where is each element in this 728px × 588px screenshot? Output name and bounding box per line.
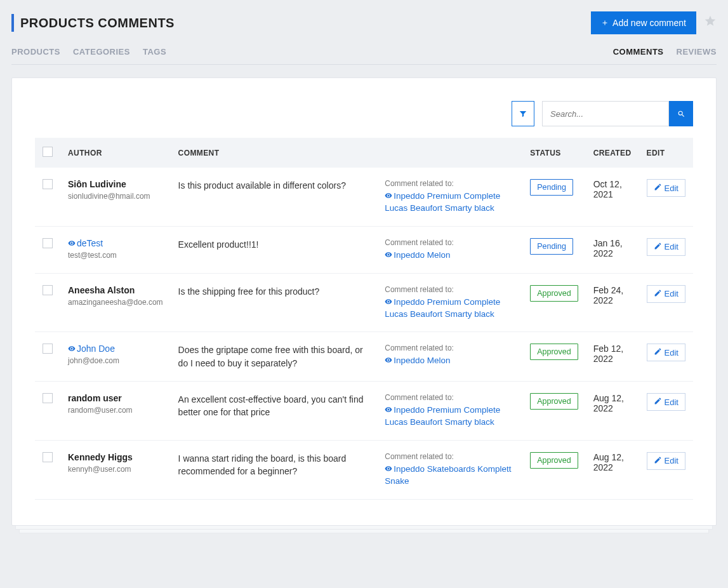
author-name[interactable]: John Doe xyxy=(68,344,163,354)
pencil-icon xyxy=(654,347,662,357)
col-related xyxy=(377,138,522,168)
author-name: random user xyxy=(68,393,163,403)
pencil-icon xyxy=(654,456,662,466)
related-link[interactable]: Inpeddo Melon xyxy=(385,355,515,367)
author-name[interactable]: deTest xyxy=(68,238,163,248)
pencil-icon xyxy=(654,242,662,252)
select-all-checkbox[interactable] xyxy=(43,147,53,157)
status-badge: Approved xyxy=(530,344,578,360)
status-badge: Approved xyxy=(530,393,578,410)
row-checkbox[interactable] xyxy=(43,285,53,295)
pencil-icon xyxy=(654,183,662,193)
tab-tags[interactable]: TAGS xyxy=(143,42,166,64)
add-comment-button[interactable]: Add new comment xyxy=(591,11,696,34)
tab-reviews[interactable]: REVIEWS xyxy=(677,42,717,64)
filter-button[interactable] xyxy=(512,101,534,126)
created-date: Feb 24,2022 xyxy=(586,273,639,332)
pencil-icon xyxy=(654,289,662,299)
related-link[interactable]: Inpeddo Premium Complete Lucas Beaufort … xyxy=(385,190,515,215)
edit-label: Edit xyxy=(665,289,678,298)
author-name: Siôn Ludivine xyxy=(68,179,163,189)
status-badge: Approved xyxy=(530,285,578,302)
add-comment-label: Add new comment xyxy=(612,18,686,28)
edit-label: Edit xyxy=(665,184,678,193)
related-link[interactable]: Inpeddo Skateboards Komplett Snake xyxy=(385,464,515,488)
row-checkbox[interactable] xyxy=(43,452,53,462)
tab-comments[interactable]: COMMENTS xyxy=(613,42,664,64)
table-row: John Doejohn@doe.comDoes the griptape co… xyxy=(35,332,693,382)
author-name: Aneesha Alston xyxy=(68,285,163,295)
status-badge: Pending xyxy=(530,179,573,196)
star-icon[interactable] xyxy=(704,15,717,31)
col-edit: EDIT xyxy=(639,138,693,168)
related-label: Comment related to: xyxy=(385,179,515,188)
author-email: amazinganeesha@doe.com xyxy=(68,298,163,307)
comment-text: Is this product available in different c… xyxy=(178,179,370,192)
edit-button[interactable]: Edit xyxy=(647,179,685,197)
author-email: sionludivine@hmail.com xyxy=(68,192,163,201)
edit-button[interactable]: Edit xyxy=(647,393,685,411)
eye-icon xyxy=(385,192,392,201)
table-row: deTesttest@test.comExcellent product!!1!… xyxy=(35,226,693,273)
created-date: Jan 16,2022 xyxy=(586,226,639,273)
col-status: STATUS xyxy=(522,138,586,168)
comment-text: I wanna start riding the board, is this … xyxy=(178,452,370,478)
table-row: Aneesha Alstonamazinganeesha@doe.comIs t… xyxy=(35,273,693,332)
edit-label: Edit xyxy=(665,456,678,465)
status-badge: Approved xyxy=(530,452,578,469)
edit-label: Edit xyxy=(665,398,678,407)
row-checkbox[interactable] xyxy=(43,393,53,403)
eye-icon xyxy=(385,356,392,365)
author-email: test@test.com xyxy=(68,251,163,260)
tab-products[interactable]: PRODUCTS xyxy=(11,42,60,64)
comment-text: Excellent product!!1! xyxy=(178,238,370,251)
row-checkbox[interactable] xyxy=(43,344,53,354)
eye-icon xyxy=(68,239,76,248)
eye-icon xyxy=(385,298,392,307)
title-accent-bar xyxy=(11,14,14,32)
comment-text: Is the shipping free for this product? xyxy=(178,285,370,298)
plus-icon xyxy=(601,19,609,27)
related-label: Comment related to: xyxy=(385,238,515,247)
author-name: Kennedy Higgs xyxy=(68,452,163,462)
related-label: Comment related to: xyxy=(385,344,515,352)
edit-button[interactable]: Edit xyxy=(647,285,685,303)
created-date: Feb 12,2022 xyxy=(586,332,639,382)
author-email: random@user.com xyxy=(68,406,163,415)
row-checkbox[interactable] xyxy=(43,238,53,248)
comment-text: An excellent cost-effective board, you c… xyxy=(178,393,370,419)
tab-categories[interactable]: CATEGORIES xyxy=(73,42,130,64)
related-label: Comment related to: xyxy=(385,452,515,461)
author-email: john@doe.com xyxy=(68,356,163,365)
author-email: kennyh@user.com xyxy=(68,465,163,474)
eye-icon xyxy=(385,406,392,415)
status-badge: Pending xyxy=(530,238,573,255)
edit-label: Edit xyxy=(665,242,678,251)
edit-button[interactable]: Edit xyxy=(647,238,685,256)
created-date: Aug 12,2022 xyxy=(586,382,639,441)
row-checkbox[interactable] xyxy=(43,179,53,189)
page-title: PRODUCTS COMMENTS xyxy=(20,16,175,30)
filter-icon xyxy=(519,109,527,118)
edit-button[interactable]: Edit xyxy=(647,344,685,361)
search-icon xyxy=(677,110,685,118)
col-created: CREATED xyxy=(586,138,639,168)
eye-icon xyxy=(68,345,76,354)
edit-button[interactable]: Edit xyxy=(647,452,685,470)
eye-icon xyxy=(385,465,392,474)
created-date: Oct 12,2021 xyxy=(586,168,639,226)
search-input[interactable] xyxy=(542,101,669,126)
related-label: Comment related to: xyxy=(385,393,515,402)
related-link[interactable]: Inpeddo Premium Complete Lucas Beaufort … xyxy=(385,404,515,429)
search-button[interactable] xyxy=(669,101,693,126)
created-date: Aug 12,2022 xyxy=(586,440,639,499)
table-row: Kennedy Higgskennyh@user.comI wanna star… xyxy=(35,440,693,499)
table-row: random userrandom@user.comAn excellent c… xyxy=(35,382,693,441)
col-comment: COMMENT xyxy=(171,138,378,168)
edit-label: Edit xyxy=(665,348,678,357)
related-link[interactable]: Inpeddo Melon xyxy=(385,250,515,262)
related-link[interactable]: Inpeddo Premium Complete Lucas Beaufort … xyxy=(385,297,515,321)
table-row: Siôn Ludivinesionludivine@hmail.comIs th… xyxy=(35,168,693,226)
pencil-icon xyxy=(654,397,662,407)
eye-icon xyxy=(385,251,392,260)
